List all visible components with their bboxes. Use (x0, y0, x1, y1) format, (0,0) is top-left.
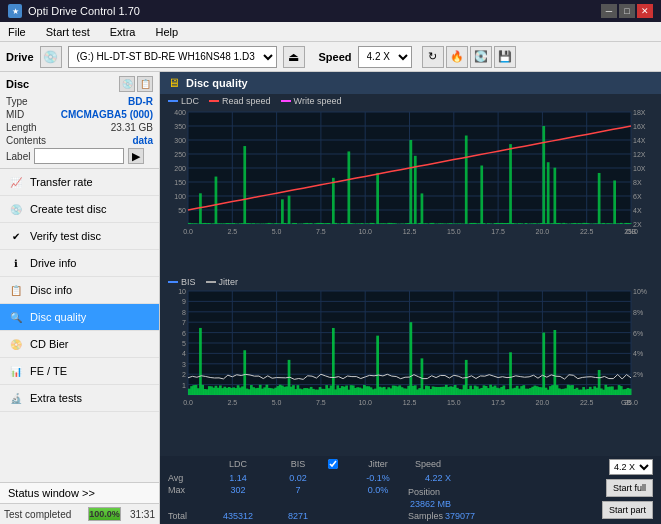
start-part-button[interactable]: Start part (602, 501, 653, 519)
fe-te-icon: 📊 (8, 363, 24, 379)
disc-contents-value: data (132, 135, 153, 146)
sidebar-item-transfer-rate[interactable]: 📈 Transfer rate (0, 169, 159, 196)
svg-text:300: 300 (174, 137, 186, 144)
disc-quality-icon: 🔍 (8, 309, 24, 325)
disc-mid-label: MID (6, 109, 24, 120)
svg-text:2.5: 2.5 (227, 399, 237, 406)
read-label: Read speed (222, 96, 271, 106)
chart2-svg: 1098765432110%8%6%4%2%0.02.55.07.510.012… (160, 289, 661, 409)
svg-text:9: 9 (182, 298, 186, 305)
label-go-button[interactable]: ▶ (128, 148, 144, 164)
burn-icon[interactable]: 🔥 (446, 46, 468, 68)
sidebar-item-extra-tests[interactable]: 🔬 Extra tests (0, 385, 159, 412)
svg-text:17.5: 17.5 (491, 399, 505, 406)
stats-headers: LDC BIS Jitter Speed (168, 459, 555, 471)
chart1-container: LDC Read speed Write speed 4003503002502… (160, 94, 661, 275)
svg-rect-150 (410, 140, 413, 224)
svg-text:50: 50 (178, 207, 186, 214)
refresh-icon[interactable]: ↻ (422, 46, 444, 68)
svg-rect-182 (480, 166, 483, 224)
disc-length-row: Length 23.31 GB (6, 122, 153, 133)
disc-header-icons: 💿 📋 (119, 76, 153, 92)
sidebar: Disc 💿 📋 Type BD-R MID CMCMAGBA5 (000) L… (0, 72, 160, 524)
progress-bar: 100.0% (88, 507, 121, 521)
sidebar-item-cd-bier[interactable]: 📀 CD Bier (0, 331, 159, 358)
svg-text:6X: 6X (633, 193, 642, 200)
chart1-legend: LDC Read speed Write speed (160, 94, 661, 108)
status-window-label: Status window >> (8, 487, 95, 499)
disc-contents-label: Contents (6, 135, 46, 146)
svg-rect-175 (465, 136, 468, 224)
speed-dropdown[interactable]: 4.2 X (609, 459, 653, 475)
sidebar-item-disc-info[interactable]: 📋 Disc info (0, 277, 159, 304)
disc-eject-icon[interactable]: 💿 (119, 76, 135, 92)
sidebar-item-disc-quality[interactable]: 🔍 Disc quality (0, 304, 159, 331)
disc-label-input[interactable] (34, 148, 124, 164)
svg-rect-460 (542, 333, 545, 395)
svg-rect-155 (421, 193, 424, 224)
svg-rect-210 (542, 126, 545, 224)
status-area: Status window >> Test completed 100.0% 3… (0, 482, 159, 524)
disc-type-label: Type (6, 96, 28, 107)
window-controls: ─ □ ✕ (601, 4, 653, 18)
maximize-button[interactable]: □ (619, 4, 635, 18)
menu-start-test[interactable]: Start test (42, 25, 94, 39)
menu-file[interactable]: File (4, 25, 30, 39)
svg-text:250: 250 (174, 151, 186, 158)
sidebar-item-fe-te[interactable]: 📊 FE / TE (0, 358, 159, 385)
svg-rect-365 (332, 328, 335, 395)
svg-text:6%: 6% (633, 330, 643, 337)
start-full-button[interactable]: Start full (606, 479, 653, 497)
bis-dot (168, 281, 178, 283)
titlebar-left: ★ Opti Drive Control 1.70 (8, 4, 140, 18)
stats-max-row: Max 302 7 0.0% Position 23862 MB (168, 485, 555, 509)
svg-text:20.0: 20.0 (536, 228, 550, 235)
sidebar-item-verify-test-disc[interactable]: ✔ Verify test disc (0, 223, 159, 250)
svg-text:GB: GB (626, 228, 636, 235)
svg-rect-195 (509, 144, 512, 224)
svg-rect-62 (215, 177, 218, 224)
disc-info-icon[interactable]: 📋 (137, 76, 153, 92)
legend-write: Write speed (281, 96, 342, 106)
svg-text:100: 100 (174, 193, 186, 200)
disc-quality-title: Disc quality (186, 77, 248, 89)
menu-help[interactable]: Help (151, 25, 182, 39)
speed-select[interactable]: 4.2 X 2.0 X 8.0 X (358, 46, 412, 68)
extra-tests-label: Extra tests (30, 392, 82, 404)
save-icon[interactable]: 💾 (494, 46, 516, 68)
close-button[interactable]: ✕ (637, 4, 653, 18)
svg-text:3: 3 (182, 361, 186, 368)
eject-button[interactable]: ⏏ (283, 46, 305, 68)
svg-rect-55 (199, 193, 202, 224)
status-window-button[interactable]: Status window >> (0, 483, 159, 504)
nav-items: 📈 Transfer rate 💿 Create test disc ✔ Ver… (0, 169, 159, 482)
create-test-disc-label: Create test disc (30, 203, 106, 215)
minimize-button[interactable]: ─ (601, 4, 617, 18)
menu-extra[interactable]: Extra (106, 25, 140, 39)
disc-quality-header: 🖥 Disc quality (160, 72, 661, 94)
total-jitter-spacer (328, 511, 348, 521)
stats-avg-row: Avg 1.14 0.02 -0.1% 4.22 X (168, 473, 555, 483)
disc-type-value: BD-R (128, 96, 153, 107)
max-label: Max (168, 485, 208, 509)
sidebar-item-create-test-disc[interactable]: 💿 Create test disc (0, 196, 159, 223)
avg-ldc: 1.14 (208, 473, 268, 483)
svg-text:2.5: 2.5 (227, 228, 237, 235)
menubar: File Start test Extra Help (0, 22, 661, 42)
svg-text:2X: 2X (633, 221, 642, 228)
jitter-dot (206, 281, 216, 283)
max-jitter: 0.0% (348, 485, 408, 509)
stats-empty (168, 459, 208, 471)
svg-rect-122 (347, 151, 350, 224)
svg-text:2%: 2% (633, 371, 643, 378)
stats-jitter-check-cell (328, 459, 348, 471)
drive-select[interactable]: (G:) HL-DT-ST BD-RE WH16NS48 1.D3 (68, 46, 277, 68)
svg-text:7.5: 7.5 (316, 228, 326, 235)
disc-mid-value: CMCMAGBA5 (000) (61, 109, 153, 120)
sidebar-item-drive-info[interactable]: ℹ Drive info (0, 250, 159, 277)
jitter-checkbox[interactable] (328, 459, 338, 469)
disc-icon2[interactable]: 💽 (470, 46, 492, 68)
bis-label: BIS (181, 277, 196, 287)
svg-text:22.5: 22.5 (580, 399, 594, 406)
legend-read: Read speed (209, 96, 271, 106)
